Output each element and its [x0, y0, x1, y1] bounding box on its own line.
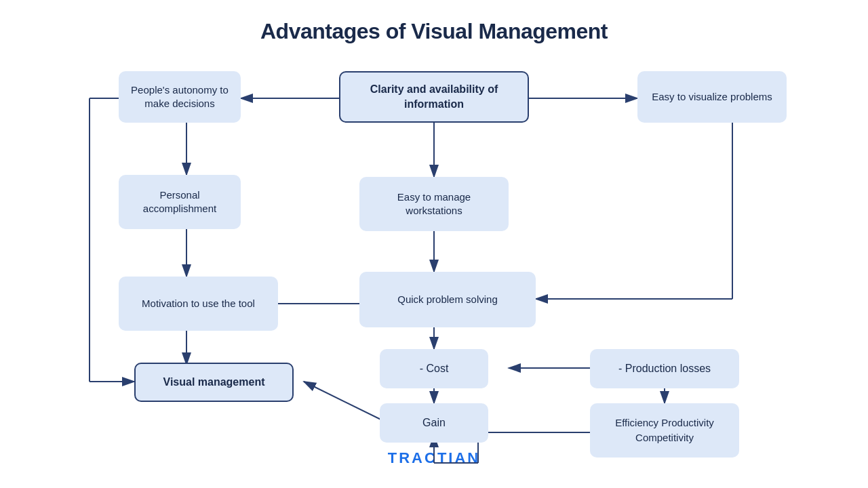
node-visual-mgmt: Visual management — [134, 363, 294, 402]
diagram: Clarity and availability of information … — [47, 56, 821, 443]
node-production: - Production losses — [590, 349, 739, 388]
node-autonomy: People's autonomy to make decisions — [119, 71, 241, 123]
node-personal: Personal accomplishment — [119, 175, 241, 229]
node-cost: - Cost — [380, 349, 488, 388]
tractian-logo: TRACTIAN — [388, 449, 480, 467]
node-motivation: Motivation to use the tool — [119, 277, 278, 331]
node-quick: Quick problem solving — [359, 272, 536, 327]
node-manage: Easy to manage workstations — [359, 177, 509, 231]
node-efficiency: Efficiency Productivity Competitivity — [590, 403, 739, 458]
node-clarity: Clarity and availability of information — [339, 71, 529, 123]
page-title: Advantages of Visual Management — [260, 19, 608, 44]
node-gain: Gain — [380, 403, 488, 443]
node-visualize: Easy to visualize problems — [637, 71, 787, 123]
